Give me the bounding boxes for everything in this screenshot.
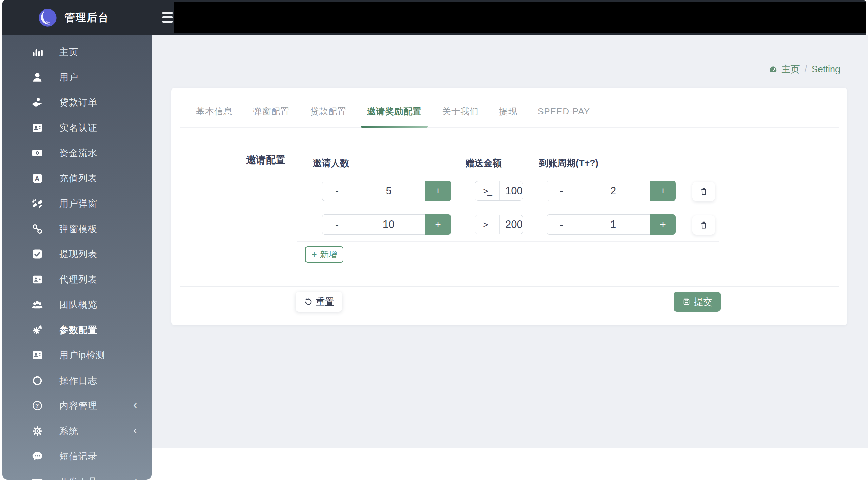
dashboard-icon <box>769 65 778 74</box>
app-logo-icon <box>38 8 57 27</box>
sidebar-item-user-ip-check[interactable]: 用户ip检测 <box>2 343 152 368</box>
user-icon <box>31 71 43 83</box>
amount-input-group: >_ <box>475 181 523 201</box>
brand: 管理后台 <box>2 0 152 35</box>
address-book-icon <box>31 349 43 361</box>
invite-config-label: 邀请配置 <box>246 153 285 167</box>
sidebar-item-agent-list[interactable]: 代理列表 <box>2 267 152 292</box>
sidebar-item-label: 用户 <box>59 71 78 83</box>
column-header-amount: 赠送金额 <box>465 157 502 169</box>
decrement-button[interactable]: - <box>322 181 352 201</box>
trash-icon <box>699 187 708 196</box>
invites-stepper: - + <box>322 214 451 235</box>
cycle-stepper: - + <box>547 181 676 201</box>
cogs-icon <box>31 324 43 336</box>
sidebar-item-label: 提现列表 <box>59 248 97 260</box>
sidebar-item-home[interactable]: 主页 <box>2 39 152 65</box>
cycle-input[interactable] <box>576 214 650 235</box>
sidebar-item-fund-flow[interactable]: 资金流水 <box>2 140 152 166</box>
terminal-prefix-icon[interactable]: >_ <box>475 181 500 200</box>
tab-withdraw[interactable]: 提现 <box>499 105 517 117</box>
sidebar-item-parameter-config[interactable]: 参数配置 <box>2 317 152 343</box>
top-bar: 管理后台 <box>2 0 866 35</box>
tab-popup-config[interactable]: 弹窗配置 <box>253 105 290 117</box>
sidebar-item-content-management[interactable]: 内容管理 ‹ <box>2 393 152 419</box>
decrement-button[interactable]: - <box>547 181 576 201</box>
sidebar-item-label: 用户弹窗 <box>59 197 97 210</box>
submit-button[interactable]: 提交 <box>674 292 721 312</box>
check-square-icon <box>31 248 43 260</box>
sidebar-item-withdraw-list[interactable]: 提现列表 <box>2 242 152 267</box>
sidebar-item-label: 贷款订单 <box>59 96 97 109</box>
tab-about-us[interactable]: 关于我们 <box>442 105 479 117</box>
invites-stepper: - + <box>322 181 451 201</box>
settings-tabs: 基本信息 弹窗配置 贷款配置 邀请奖励配置 关于我们 提现 SPEED-PAY <box>180 88 839 128</box>
increment-button[interactable]: + <box>650 214 676 235</box>
invites-input[interactable] <box>352 214 425 235</box>
delete-row-button[interactable] <box>692 182 715 201</box>
increment-button[interactable]: + <box>425 214 451 235</box>
add-row-button[interactable]: + 新增 <box>305 246 343 263</box>
reset-button[interactable]: 重置 <box>296 292 342 312</box>
cycle-input[interactable] <box>576 181 650 201</box>
address-card-icon <box>31 122 43 134</box>
breadcrumb-home-link[interactable]: 主页 <box>769 63 800 75</box>
sidebar-item-users[interactable]: 用户 <box>2 65 152 90</box>
increment-button[interactable]: + <box>425 181 451 201</box>
sidebar-item-recharge-list[interactable]: 充值列表 <box>2 166 152 191</box>
address-book-icon <box>31 273 43 286</box>
add-row-label: 新增 <box>320 249 337 260</box>
chart-bar-icon <box>31 46 43 58</box>
sidebar-item-popup-template[interactable]: 弹窗模板 <box>2 216 152 242</box>
sidebar-item-system[interactable]: 系统 ‹ <box>2 419 152 444</box>
delete-row-button[interactable] <box>692 215 715 235</box>
sidebar-item-user-popup[interactable]: 用户弹窗 <box>2 191 152 216</box>
save-icon <box>682 297 691 306</box>
sidebar-item-label: 代理列表 <box>59 273 97 286</box>
unlink-icon <box>31 197 43 210</box>
tab-invite-reward-config[interactable]: 邀请奖励配置 <box>367 105 422 117</box>
table-row: - + >_ - + <box>297 208 719 242</box>
sidebar-item-label: 操作日志 <box>59 374 97 387</box>
users-icon <box>31 298 43 311</box>
sidebar-item-operation-log[interactable]: 操作日志 <box>2 368 152 393</box>
sidebar-item-label: 系统 <box>59 425 78 437</box>
sidebar-item-dev-tools[interactable]: 开发工具 ‹ <box>2 469 152 480</box>
plus-icon: + <box>312 249 317 260</box>
tab-speed-pay[interactable]: SPEED-PAY <box>538 106 590 117</box>
tab-loan-config[interactable]: 贷款配置 <box>310 105 347 117</box>
breadcrumb-current: Setting <box>812 64 840 75</box>
sidebar-item-label: 团队概览 <box>59 298 97 311</box>
sidebar-item-identity-verify[interactable]: 实名认证 <box>2 115 152 141</box>
breadcrumb: 主页 / Setting <box>769 63 840 75</box>
amount-input[interactable] <box>500 215 523 234</box>
keyboard-icon <box>31 476 43 480</box>
terminal-prefix-icon[interactable]: >_ <box>475 215 500 234</box>
sidebar: 主页 用户 贷款订单 实名认证 资金流水 充值列表 用户弹窗 弹窗模板 <box>2 35 152 480</box>
sidebar-item-label: 参数配置 <box>59 324 97 336</box>
reset-icon <box>304 297 313 306</box>
reset-label: 重置 <box>316 296 334 308</box>
decrement-button[interactable]: - <box>547 214 576 235</box>
chevron-left-icon: ‹ <box>133 423 137 437</box>
sidebar-item-team-overview[interactable]: 团队概览 <box>2 292 152 317</box>
invites-input[interactable] <box>352 181 425 201</box>
admin-settings-screen: 管理后台 主页 用户 贷款订单 实名认证 资金流水 充值列表 <box>0 0 868 482</box>
sidebar-item-label: 内容管理 <box>59 400 97 412</box>
comment-icon <box>31 450 43 462</box>
sidebar-item-sms-records[interactable]: 短信记录 <box>2 444 152 469</box>
increment-button[interactable]: + <box>650 181 676 201</box>
column-header-cycle: 到账周期(T+?) <box>539 157 598 169</box>
tab-basic-info[interactable]: 基本信息 <box>196 105 233 117</box>
decrement-button[interactable]: - <box>322 214 352 235</box>
trash-icon <box>699 220 708 230</box>
column-header-invites: 邀请人数 <box>313 157 349 169</box>
sidebar-toggle-hamburger-icon[interactable] <box>162 11 174 23</box>
card-footer-divider <box>180 286 839 287</box>
amount-input[interactable] <box>500 181 523 200</box>
circle-icon <box>31 374 43 387</box>
table-row: - + >_ - + <box>297 174 719 208</box>
sidebar-item-label: 开发工具 <box>59 476 97 480</box>
top-banner-black-area <box>174 2 866 33</box>
sidebar-item-loan-orders[interactable]: 贷款订单 <box>2 90 152 115</box>
